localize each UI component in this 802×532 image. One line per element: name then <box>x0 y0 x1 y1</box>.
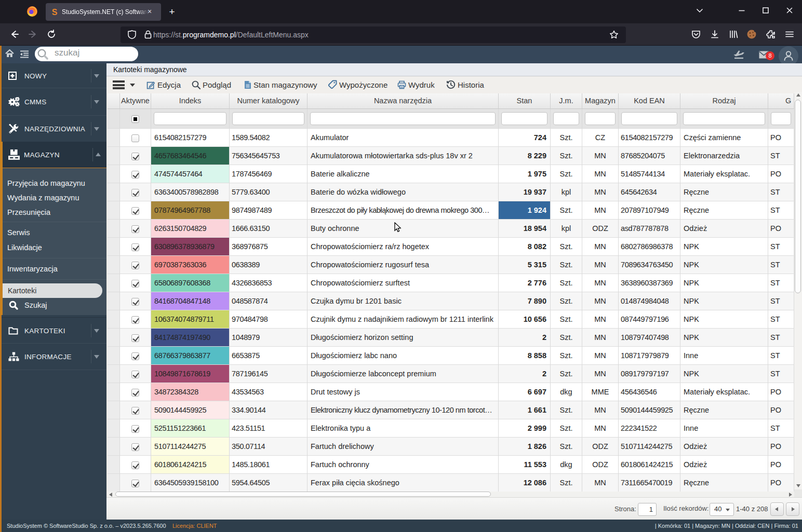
svg-text:S: S <box>52 8 58 16</box>
